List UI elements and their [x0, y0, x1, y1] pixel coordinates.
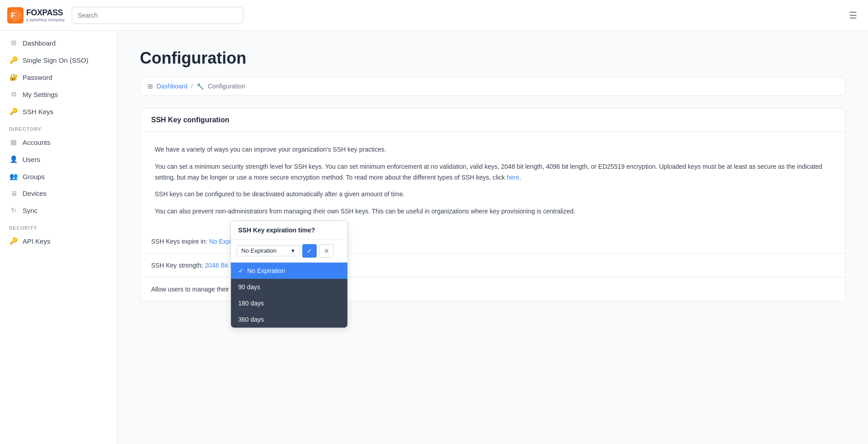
sidebar-label-my-settings: My Settings — [23, 91, 58, 98]
main-content: Configuration ⊞ Dashboard / 🔧 Configurat… — [117, 31, 868, 444]
sidebar-item-api-keys[interactable]: 🔑 API Keys — [0, 232, 117, 250]
hamburger-icon[interactable]: ☰ — [845, 6, 861, 24]
expiry-label: SSH Keys expire in: — [151, 238, 208, 245]
main-layout: ⊞ Dashboard 🔑 Single Sign On (SSO) 🔐 Pas… — [0, 31, 868, 444]
groups-icon: 👥 — [9, 172, 18, 180]
breadcrumb: ⊞ Dashboard / 🔧 Configuration — [140, 77, 845, 96]
sidebar-item-sync[interactable]: ↻ Sync — [0, 202, 117, 219]
option-label-no-expiration: No Expiration — [247, 267, 285, 274]
sidebar-item-groups[interactable]: 👥 Groups — [0, 168, 117, 185]
description-2: You can set a minimum security strength … — [155, 162, 831, 183]
dropdown-selected-display[interactable]: No Expiration ▾ — [236, 245, 300, 256]
breadcrumb-config-icon: 🔧 — [196, 83, 204, 90]
confirm-button[interactable]: ✓ — [302, 244, 317, 258]
my-settings-icon: ⚙ — [9, 90, 18, 98]
section-title: SSH Key configuration — [151, 116, 229, 124]
logo-text: FOXPASS a splashtop company — [26, 8, 65, 22]
directory-section-label: DIRECTORY — [0, 120, 117, 134]
sidebar-item-accounts[interactable]: ▦ Accounts — [0, 134, 117, 151]
description-3: SSH keys can be configured to be deactiv… — [155, 189, 831, 200]
sidebar-label-api-keys: API Keys — [23, 237, 51, 245]
description-2-text: You can set a minimum security strength … — [155, 163, 822, 181]
cancel-button[interactable]: ✕ — [319, 244, 334, 258]
dropdown-option-360-days[interactable]: 360 days — [231, 311, 347, 328]
option-label-90-days: 90 days — [238, 283, 260, 291]
sidebar-label-accounts: Accounts — [23, 139, 51, 146]
sidebar-label-sso: Single Sign On (SSO) — [23, 56, 88, 64]
logo-sub: a splashtop company — [26, 18, 65, 22]
strength-label: SSH Key strength: — [151, 262, 203, 269]
password-icon: 🔐 — [9, 73, 18, 81]
logo-name: FOXPASS — [26, 8, 65, 18]
sidebar-item-users[interactable]: 👤 Users — [0, 151, 117, 168]
dropdown-controls: No Expiration ▾ ✓ ✕ — [231, 240, 347, 263]
sidebar: ⊞ Dashboard 🔑 Single Sign On (SSO) 🔐 Pas… — [0, 31, 117, 444]
option-label-180-days: 180 days — [238, 300, 264, 307]
sidebar-item-ssh-keys[interactable]: 🔑 SSH Keys — [0, 103, 117, 120]
check-icon: ✓ — [238, 267, 244, 274]
description-2-end: . — [519, 174, 521, 181]
devices-icon: 🖥 — [9, 190, 18, 197]
section-title-card: SSH Key configuration — [140, 108, 845, 132]
dropdown-option-180-days[interactable]: 180 days — [231, 295, 347, 311]
settings-row-expiry: SSH Keys expire in: No Expiration SSH Ke… — [140, 230, 845, 254]
here-link[interactable]: here — [507, 174, 519, 181]
dropdown-option-no-expiration[interactable]: ✓ No Expiration — [231, 263, 347, 279]
sidebar-item-sso[interactable]: 🔑 Single Sign On (SSO) — [0, 51, 117, 69]
search-input[interactable] — [72, 7, 243, 24]
page-title: Configuration — [140, 49, 845, 68]
selected-value: No Expiration — [241, 247, 277, 254]
dropdown-title: SSH Key expiration time? — [231, 221, 347, 240]
dropdown-options-list: ✓ No Expiration 90 days 180 days 360 day… — [231, 263, 347, 328]
breadcrumb-home-icon: ⊞ — [148, 83, 153, 90]
sidebar-label-dashboard: Dashboard — [23, 39, 55, 47]
header: F FOXPASS a splashtop company ☰ — [0, 0, 868, 31]
sidebar-label-password: Password — [23, 74, 52, 81]
sidebar-item-devices[interactable]: 🖥 Devices — [0, 185, 117, 202]
sidebar-label-sync: Sync — [23, 207, 37, 214]
sidebar-label-devices: Devices — [23, 190, 46, 197]
sso-icon: 🔑 — [9, 56, 18, 64]
svg-text:F: F — [11, 12, 15, 19]
header-left: F FOXPASS a splashtop company — [7, 7, 243, 24]
header-right: ☰ — [845, 6, 861, 24]
description-card: We have a variety of ways you can improv… — [140, 132, 845, 230]
sidebar-label-groups: Groups — [23, 173, 45, 180]
breadcrumb-dashboard-link[interactable]: Dashboard — [157, 83, 188, 90]
dropdown-chevron-icon: ▾ — [291, 247, 295, 254]
expiry-dropdown: SSH Key expiration time? No Expiration ▾… — [231, 221, 348, 328]
settings-card: SSH Keys expire in: No Expiration SSH Ke… — [140, 230, 845, 301]
sidebar-item-password[interactable]: 🔐 Password — [0, 69, 117, 86]
ssh-keys-icon: 🔑 — [9, 107, 18, 116]
sync-icon: ↻ — [9, 206, 18, 214]
sidebar-label-ssh-keys: SSH Keys — [23, 108, 53, 116]
breadcrumb-separator: / — [191, 83, 193, 90]
security-section-label: SECURITY — [0, 219, 117, 232]
logo-icon: F — [7, 7, 23, 23]
dropdown-option-90-days[interactable]: 90 days — [231, 279, 347, 295]
breadcrumb-current: Configuration — [208, 83, 245, 90]
sidebar-label-users: Users — [23, 156, 40, 163]
description-1: We have a variety of ways you can improv… — [155, 144, 831, 155]
sidebar-item-my-settings[interactable]: ⚙ My Settings — [0, 86, 117, 103]
api-keys-icon: 🔑 — [9, 237, 18, 245]
accounts-icon: ▦ — [9, 138, 18, 146]
description-4: You can also prevent non-administrators … — [155, 206, 831, 217]
logo: F FOXPASS a splashtop company — [7, 7, 65, 23]
dashboard-icon: ⊞ — [9, 39, 18, 47]
option-label-360-days: 360 days — [238, 316, 264, 323]
users-icon: 👤 — [9, 155, 18, 163]
sidebar-item-dashboard[interactable]: ⊞ Dashboard — [0, 34, 117, 51]
